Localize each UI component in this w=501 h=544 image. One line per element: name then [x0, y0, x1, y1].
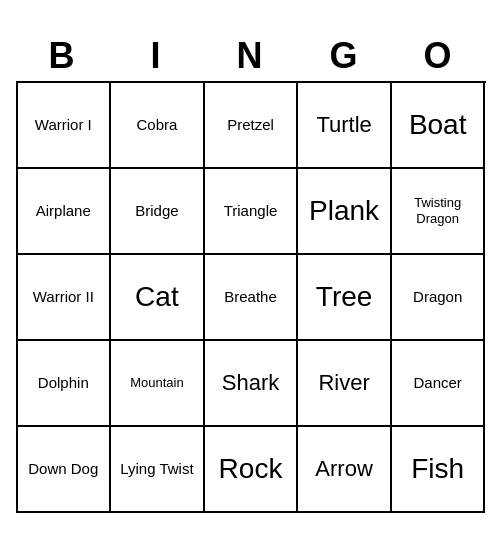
- bingo-cell: Shark: [205, 341, 299, 427]
- header-letter: I: [110, 31, 204, 81]
- header-letter: B: [16, 31, 110, 81]
- bingo-cell: Rock: [205, 427, 299, 513]
- bingo-card: BINGO Warrior ICobraPretzelTurtleBoatAir…: [16, 31, 486, 513]
- bingo-cell: Arrow: [298, 427, 392, 513]
- bingo-cell: Bridge: [111, 169, 205, 255]
- bingo-cell: Boat: [392, 83, 486, 169]
- header-letter: G: [298, 31, 392, 81]
- bingo-cell: Tree: [298, 255, 392, 341]
- bingo-cell: Lying Twist: [111, 427, 205, 513]
- bingo-cell: Dragon: [392, 255, 486, 341]
- bingo-cell: Plank: [298, 169, 392, 255]
- bingo-grid: Warrior ICobraPretzelTurtleBoatAirplaneB…: [16, 81, 486, 513]
- bingo-cell: Triangle: [205, 169, 299, 255]
- bingo-cell: Warrior I: [18, 83, 112, 169]
- bingo-header: BINGO: [16, 31, 486, 81]
- bingo-cell: Mountain: [111, 341, 205, 427]
- bingo-cell: Pretzel: [205, 83, 299, 169]
- bingo-cell: Airplane: [18, 169, 112, 255]
- bingo-cell: Fish: [392, 427, 486, 513]
- bingo-cell: Warrior II: [18, 255, 112, 341]
- bingo-cell: Cobra: [111, 83, 205, 169]
- bingo-cell: Cat: [111, 255, 205, 341]
- bingo-cell: Turtle: [298, 83, 392, 169]
- header-letter: N: [204, 31, 298, 81]
- header-letter: O: [392, 31, 486, 81]
- bingo-cell: Down Dog: [18, 427, 112, 513]
- bingo-cell: Dancer: [392, 341, 486, 427]
- bingo-cell: Breathe: [205, 255, 299, 341]
- bingo-cell: Dolphin: [18, 341, 112, 427]
- bingo-cell: River: [298, 341, 392, 427]
- bingo-cell: Twisting Dragon: [392, 169, 486, 255]
